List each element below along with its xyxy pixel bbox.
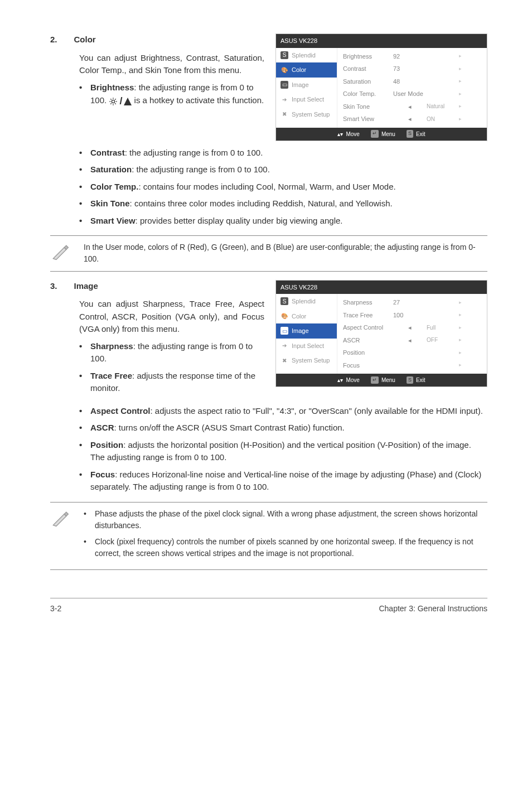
list-item: Aspect Control: adjusts the aspect ratio… — [79, 405, 487, 418]
osd-title: ASUS VK228 — [276, 34, 487, 48]
list-item: Brightness: the adjusting range is from … — [79, 81, 264, 109]
osd-title: ASUS VK228 — [276, 281, 487, 294]
term: Brightness — [90, 83, 134, 92]
osd-footer: ▴▾Move ↵Menu SExit — [276, 374, 487, 386]
term-desc: : the adjusting range is from 0 to 100. — [132, 165, 270, 174]
input-icon: ➔ — [280, 342, 288, 350]
term-desc: : the adjusting range is from 0 to 100. — [125, 148, 263, 157]
exit-key-icon: S — [407, 130, 413, 138]
osd-menu-input: ➔Input Select — [276, 92, 337, 107]
term-desc: : contains four modes including Cool, No… — [138, 182, 395, 191]
osd-menu-system: ✖System Setup — [276, 107, 337, 122]
osd-menu-input: ➔Input Select — [276, 339, 337, 354]
osd-menu-color: 🎨Color — [276, 309, 337, 324]
intro-text: You can adjust Sharpness, Trace Free, As… — [79, 298, 264, 336]
section-title: Color — [74, 33, 96, 46]
osd-menu-image: ▭Image — [276, 323, 337, 339]
note-icon — [50, 241, 72, 265]
svg-line-5 — [111, 99, 112, 99]
list-item: Saturation: the adjusting range is from … — [79, 163, 487, 176]
term: Focus — [90, 470, 115, 479]
exit-key-icon: S — [407, 376, 413, 384]
list-item: ASCR: turns on/off the ASCR (ASUS Smart … — [79, 422, 487, 434]
s-icon: S — [280, 297, 288, 305]
osd-menu-system: ✖System Setup — [276, 353, 337, 368]
term: Smart View — [90, 216, 136, 225]
list-item: Sharpness: the adjusting range is from 0… — [79, 340, 264, 365]
term-desc: : provides better display quality under … — [136, 216, 343, 225]
sun-icon — [109, 97, 118, 106]
page-number: 3-2 — [50, 603, 61, 615]
term: Sharpness — [90, 341, 133, 351]
updown-icon: ▴▾ — [337, 376, 343, 384]
menu-key-icon: ↵ — [371, 376, 379, 384]
note-icon — [50, 508, 72, 532]
palette-icon: 🎨 — [280, 312, 288, 320]
svg-line-7 — [111, 103, 112, 104]
list-item: Color Temp.: contains four modes includi… — [79, 181, 487, 194]
term: Aspect Control — [90, 406, 151, 416]
menu-key-icon: ↵ — [371, 130, 379, 138]
section-number: 2. — [50, 33, 57, 46]
note-text: In the User mode, colors of R (Red), G (… — [84, 241, 487, 265]
osd-menu-splendid: SSplendid — [276, 294, 337, 309]
list-item: Contrast: the adjusting range is from 0 … — [79, 147, 487, 160]
osd-menu-image: ▭Image — [276, 78, 337, 93]
term-desc: : turns on/off the ASCR (ASUS Smart Cont… — [114, 423, 345, 432]
term-desc: : reduces Horizonal-line noise and Verti… — [90, 470, 481, 492]
chapter-label: Chapter 3: General Instructions — [379, 603, 487, 615]
term: Trace Free — [90, 371, 132, 380]
term-desc-cont: is a hotkey to activate this function. — [134, 95, 264, 105]
term: Color Temp. — [90, 182, 138, 191]
list-item: Position: adjusts the horizontal positio… — [79, 439, 487, 464]
term-desc: : adjusts the horizontal position (H-Pos… — [90, 440, 471, 462]
image-icon: ▭ — [280, 327, 288, 335]
term-desc: : adjusts the aspect ratio to "Full", "4… — [151, 406, 483, 416]
list-item: Smart View: provides better display qual… — [79, 215, 487, 228]
osd-screenshot-color: ASUS VK228 SSplendid 🎨Color ▭Image ➔Inpu… — [275, 33, 487, 141]
tools-icon: ✖ — [280, 110, 288, 118]
hotkey-icons: / — [109, 94, 132, 109]
svg-line-6 — [115, 103, 116, 104]
term: ASCR — [90, 423, 114, 432]
svg-marker-9 — [124, 98, 132, 105]
image-icon: ▭ — [280, 81, 288, 89]
svg-point-0 — [112, 100, 115, 103]
note-bullet: Clock (pixel frequency) controls the num… — [84, 536, 487, 559]
term: Contrast — [90, 148, 125, 157]
osd-menu-splendid: SSplendid — [276, 48, 337, 63]
osd-screenshot-image: ASUS VK228 SSplendid 🎨Color ▭Image ➔Inpu… — [275, 280, 487, 388]
list-item: Trace Free: adjusts the response time of… — [79, 370, 264, 395]
pencil-icon — [50, 508, 70, 528]
s-icon: S — [280, 51, 288, 59]
page-footer: 3-2 Chapter 3: General Instructions — [50, 598, 487, 615]
osd-menu-color: 🎨Color — [276, 62, 337, 78]
pencil-icon — [50, 241, 70, 262]
updown-icon: ▴▾ — [337, 130, 343, 138]
term-desc: : contains three color modes including R… — [130, 199, 393, 208]
input-icon: ➔ — [280, 95, 288, 103]
list-item: Focus: reduces Horizonal-line noise and … — [79, 468, 487, 494]
term: Position — [90, 440, 123, 450]
term: Skin Tone — [90, 199, 130, 208]
intro-text: You can adjust Brightness, Contrast, Sat… — [79, 52, 264, 77]
palette-icon: 🎨 — [280, 66, 288, 74]
osd-footer: ▴▾Move ↵Menu SExit — [276, 128, 487, 141]
tools-icon: ✖ — [280, 356, 288, 364]
section-number: 3. — [50, 280, 57, 293]
triangle-up-icon — [124, 98, 132, 105]
svg-line-8 — [115, 99, 116, 99]
section-title: Image — [74, 280, 98, 293]
list-item: Skin Tone: contains three color modes in… — [79, 197, 487, 210]
note-bullet: Phase adjusts the phase of the pixel clo… — [84, 508, 487, 532]
term: Saturation — [90, 165, 132, 174]
